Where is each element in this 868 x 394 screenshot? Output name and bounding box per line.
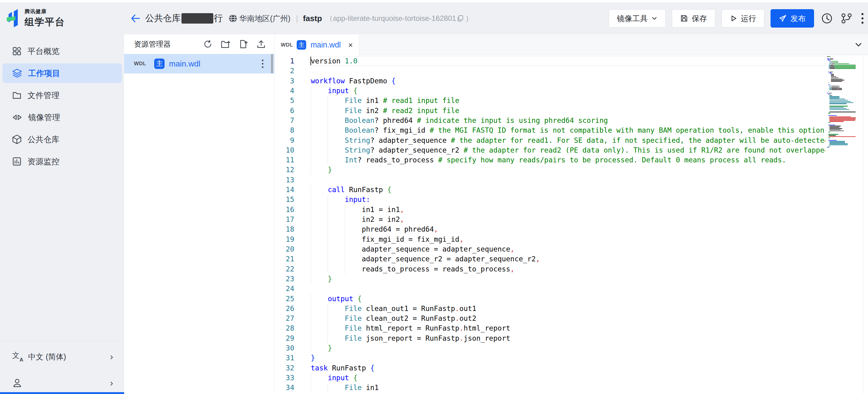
- more-kebab-icon[interactable]: [860, 12, 866, 25]
- file-more-kebab-icon[interactable]: [258, 59, 267, 69]
- line-number: 10: [275, 145, 309, 155]
- indent-guide: [311, 155, 311, 165]
- save-button[interactable]: 保存: [672, 9, 715, 28]
- indent-guide: [311, 86, 311, 96]
- indent-guide: [311, 373, 311, 383]
- brand-logo: 腾讯健康 组学平台: [7, 8, 65, 29]
- code-area[interactable]: 1234567891011121314151617181920212223242…: [275, 55, 868, 394]
- copy-icon[interactable]: [457, 15, 464, 22]
- code-line: input:: [309, 195, 825, 204]
- line-number: 26: [275, 304, 309, 314]
- line-number: 4: [275, 86, 309, 96]
- explorer-scrollbar-thumb[interactable]: [271, 54, 273, 73]
- indent-guide: [345, 234, 345, 244]
- indent-guide: [311, 333, 311, 343]
- explorer-header: 资源管理器: [124, 34, 274, 54]
- code-line: }: [309, 274, 825, 284]
- code-line: [309, 284, 825, 294]
- indent-guide: [311, 383, 311, 392]
- code-line: Boolean? phred64 # indicate the input is…: [309, 116, 825, 125]
- new-folder-icon[interactable]: [220, 39, 231, 49]
- run-button[interactable]: 运行: [721, 9, 765, 28]
- new-file-icon[interactable]: [238, 39, 249, 49]
- sidebar-item-1[interactable]: 平台概览: [2, 41, 122, 61]
- minimap-line: [827, 147, 856, 148]
- line-number: 5: [275, 96, 309, 105]
- refresh-icon[interactable]: [203, 39, 213, 49]
- indent-guide: [311, 244, 311, 254]
- resource-explorer-panel: 资源管理器 WDL 主 main.wdl: [124, 34, 275, 394]
- indent-guide: [311, 294, 311, 304]
- globe-icon: [228, 14, 238, 23]
- sidebar-item-6[interactable]: 资源监控: [2, 152, 122, 171]
- back-arrow-icon[interactable]: [130, 13, 141, 24]
- indent-guide: [345, 254, 345, 264]
- brand-company: 腾讯健康: [25, 8, 65, 15]
- code-line: input {: [309, 373, 825, 383]
- editor-scrollbar-track[interactable]: [863, 55, 863, 394]
- code-line: version 1.0: [309, 56, 825, 66]
- indent-guide: [345, 215, 345, 224]
- sidebar-item-3[interactable]: 文件管理: [2, 86, 122, 105]
- language-switcher[interactable]: 文A 中文 (简体) ›: [0, 348, 124, 365]
- explorer-toolbar: [203, 39, 266, 49]
- monitor-icon: [12, 157, 22, 166]
- indent-guide: [328, 96, 328, 105]
- tab-list-chevron-icon[interactable]: [849, 34, 868, 55]
- wdl-tag: WDL: [281, 42, 293, 48]
- indent-guide: [311, 224, 311, 234]
- indent-guide: [328, 234, 328, 244]
- sidebar-item-5[interactable]: 公共仓库: [2, 130, 122, 149]
- line-number: 12: [275, 165, 309, 175]
- indent-guide: [328, 254, 328, 264]
- user-account-row[interactable]: ›: [0, 374, 124, 392]
- tab-main-wdl[interactable]: WDL 主 main.wdl ×: [275, 34, 359, 56]
- indent-guide: [311, 125, 311, 135]
- region-label: 华南地区(广州): [239, 13, 290, 24]
- main-badge: 主: [154, 59, 164, 69]
- line-number: 20: [275, 244, 309, 254]
- indent-guide: [328, 145, 328, 155]
- code-line: fix_mgi_id = fix_mgi_id,: [309, 234, 825, 244]
- indent-guide: [328, 215, 328, 224]
- image-tools-button[interactable]: 镜像工具: [609, 9, 666, 28]
- indent-guide: [311, 185, 311, 195]
- indent-guide: [311, 116, 311, 125]
- editor-tabbar: WDL 主 main.wdl ×: [275, 34, 868, 55]
- indent-guide: [328, 135, 328, 145]
- code-line: String? adapter_sequence_r2 # the adapte…: [309, 145, 825, 155]
- line-number: 25: [275, 294, 309, 304]
- file-item-main-wdl[interactable]: WDL 主 main.wdl: [124, 54, 274, 73]
- sidebar-item-label: 平台概览: [28, 46, 59, 57]
- code-line: in2 = in2,: [309, 215, 825, 224]
- wdl-tag: WDL: [134, 61, 146, 67]
- run-label: 运行: [741, 13, 756, 24]
- code-line: in1 = in1,: [309, 205, 825, 215]
- upload-icon[interactable]: [256, 39, 266, 49]
- line-number: 6: [275, 106, 309, 116]
- line-number: 23: [275, 274, 309, 284]
- code-line: adapter_sequence_r2 = adapter_sequence_r…: [309, 254, 825, 264]
- version-branch-icon[interactable]: [840, 12, 853, 25]
- tab-close-icon[interactable]: ×: [348, 41, 353, 49]
- code-line: }: [309, 353, 825, 363]
- indent-guide: [311, 106, 311, 116]
- code-line: workflow FastpDemo {: [309, 76, 825, 86]
- sidebar-divider: [0, 341, 124, 341]
- text-cursor: [310, 57, 311, 65]
- minimap[interactable]: [827, 56, 856, 148]
- history-clock-icon[interactable]: [820, 12, 834, 25]
- sidebar-item-4[interactable]: 镜像管理: [2, 107, 122, 127]
- line-number: 28: [275, 323, 309, 333]
- paren-close: ）: [465, 13, 473, 23]
- line-number: 16: [275, 205, 309, 215]
- language-label: 中文 (简体): [28, 352, 110, 362]
- sidebar-item-2[interactable]: 工作项目: [2, 63, 122, 83]
- publish-button[interactable]: 发布: [771, 9, 814, 28]
- line-number: 17: [275, 215, 309, 224]
- indent-guide: [311, 304, 311, 314]
- code-line: File in2 # read2 input file: [309, 106, 825, 116]
- indent-guide: [311, 323, 311, 333]
- indent-guide: [311, 205, 311, 215]
- cube-icon: [12, 134, 22, 144]
